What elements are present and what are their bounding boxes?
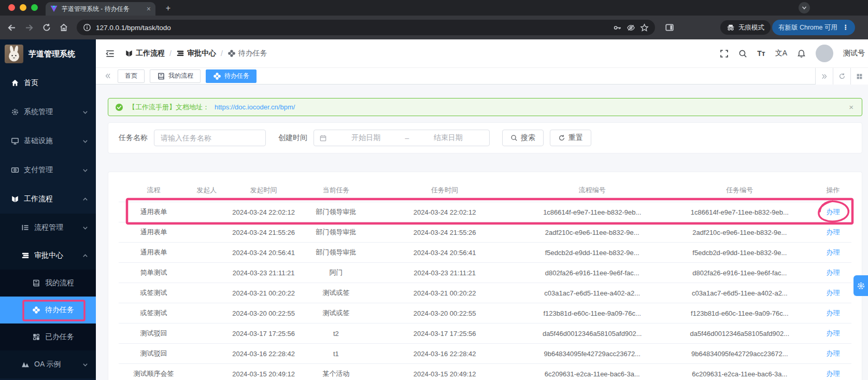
user-menu[interactable]: 测试号 bbox=[843, 49, 866, 58]
close-tab-icon[interactable]: × bbox=[147, 5, 151, 13]
refresh-page-icon[interactable] bbox=[833, 68, 850, 85]
sidebar-item-infra[interactable]: 基础设施 bbox=[0, 126, 96, 156]
search-button[interactable]: 搜索 bbox=[502, 130, 544, 146]
sidebar-item-label: 支付管理 bbox=[24, 165, 53, 175]
table-row: 测试驳回2024-03-17 17:25:56t22024-03-17 17:2… bbox=[119, 323, 851, 344]
cell-task-id: d802fa26-e916-11ee-9e6f-fac... bbox=[665, 269, 815, 277]
sidebar-item-label: 基础设施 bbox=[24, 136, 53, 146]
cell-task-time: 2024-03-24 21:55:26 bbox=[369, 229, 520, 236]
handle-link[interactable]: 办理 bbox=[827, 228, 840, 236]
table-body: 通用表单2024-03-24 22:02:12部门领导审批2024-03-24 … bbox=[119, 202, 851, 380]
sidebar-item-oa-example[interactable]: OA 示例 bbox=[0, 350, 96, 378]
handle-link[interactable]: 办理 bbox=[827, 370, 840, 377]
end-date-placeholder[interactable]: 结束日期 bbox=[412, 133, 484, 143]
translate-icon[interactable]: 文A bbox=[775, 49, 787, 58]
breadcrumb-separator: / bbox=[169, 49, 172, 58]
handle-link[interactable]: 办理 bbox=[827, 349, 840, 357]
reset-icon bbox=[558, 134, 565, 142]
collapse-menu-icon[interactable] bbox=[105, 49, 115, 59]
main-area: 工作流程 / 审批中心 / 待办任务 Tт文A 测试号 首页 我的流程 待办任务 bbox=[96, 39, 868, 380]
cell-start-time: 2024-03-24 21:55:26 bbox=[225, 229, 303, 236]
close-window-button[interactable] bbox=[8, 4, 15, 11]
url-text[interactable]: 127.0.0.1/bpm/task/todo bbox=[96, 24, 608, 32]
avatar[interactable] bbox=[816, 45, 833, 62]
tab-my-process[interactable]: 我的流程 bbox=[150, 69, 201, 83]
cell-process-id: f5edcb2d-e9dd-11ee-b832-9e... bbox=[520, 249, 665, 257]
sidebar-item-my-process[interactable]: 我的流程 bbox=[0, 270, 96, 297]
tab-todo-tasks[interactable]: 待办任务 bbox=[206, 69, 257, 83]
tabs-scroll-right-icon[interactable] bbox=[815, 68, 833, 85]
doc-link[interactable]: https://doc.iocoder.cn/bpm/ bbox=[215, 103, 295, 111]
fullscreen-icon[interactable] bbox=[720, 49, 729, 58]
tab-home[interactable]: 首页 bbox=[118, 69, 145, 83]
eye-off-icon[interactable] bbox=[627, 23, 635, 32]
sidebar-item-approval-center[interactable]: 审批中心 bbox=[0, 242, 96, 270]
start-date-placeholder[interactable]: 开始日期 bbox=[330, 133, 402, 143]
bookmark-star-icon[interactable] bbox=[640, 23, 649, 32]
home-icon bbox=[11, 79, 19, 87]
zoom-window-button[interactable] bbox=[31, 4, 38, 11]
handle-link[interactable]: 办理 bbox=[827, 329, 840, 337]
password-key-icon[interactable] bbox=[613, 23, 622, 32]
site-info-icon[interactable] bbox=[83, 23, 91, 32]
task-name-input[interactable] bbox=[161, 134, 259, 142]
breadcrumb-item-workflow[interactable]: 工作流程 bbox=[125, 49, 165, 58]
table-row: 通用表单2024-03-24 22:02:12部门领导审批2024-03-24 … bbox=[119, 202, 851, 222]
sidebar-item-home[interactable]: 首页 bbox=[0, 68, 96, 97]
monitor-icon bbox=[11, 137, 19, 145]
theme-settings-button[interactable] bbox=[853, 275, 868, 296]
cell-process: 测试顺序会签 bbox=[119, 369, 189, 378]
process-icon bbox=[21, 223, 30, 232]
new-tab-button[interactable]: + bbox=[164, 4, 173, 13]
forward-icon[interactable] bbox=[24, 23, 34, 33]
chrome-update-button[interactable]: 有新版 Chrome 可用 ⋮ bbox=[772, 20, 855, 35]
cell-start-time: 2024-03-15 20:49:12 bbox=[225, 370, 303, 378]
back-icon[interactable] bbox=[7, 23, 17, 33]
search-icon[interactable] bbox=[738, 49, 747, 58]
handle-link[interactable]: 办理 bbox=[827, 269, 840, 276]
minimize-window-button[interactable] bbox=[20, 4, 26, 11]
workflow-icon bbox=[125, 49, 133, 58]
column-header: 任务时间 bbox=[369, 186, 520, 195]
navbar-actions: Tт文A 测试号 bbox=[720, 45, 866, 62]
side-panel-icon[interactable] bbox=[665, 23, 674, 32]
font-size-icon[interactable]: Tт bbox=[757, 49, 765, 58]
range-separator: – bbox=[405, 134, 409, 142]
tab-search-button[interactable] bbox=[799, 2, 810, 13]
doc-alert: 【工作流手册】文档地址： https://doc.iocoder.cn/bpm/… bbox=[108, 98, 862, 116]
alert-close-icon[interactable]: × bbox=[849, 103, 853, 111]
layout-grid-icon[interactable] bbox=[850, 68, 868, 85]
bell-icon[interactable] bbox=[797, 49, 806, 58]
cell-current-task: 测试或签 bbox=[303, 288, 370, 298]
sidebar-item-done-tasks[interactable]: 已办任务 bbox=[0, 323, 96, 350]
task-name-field[interactable] bbox=[154, 130, 266, 146]
workflow-icon bbox=[11, 195, 19, 203]
chevron-down-icon bbox=[82, 109, 88, 115]
browser-tab[interactable]: 芋道管理系统 - 待办任务 × bbox=[46, 2, 155, 16]
handle-link[interactable]: 办理 bbox=[827, 309, 840, 317]
reload-icon[interactable] bbox=[42, 23, 51, 33]
cell-process: 简单测试 bbox=[119, 268, 189, 277]
window-controls[interactable] bbox=[8, 4, 38, 11]
sidebar-item-process-mgmt[interactable]: 流程管理 bbox=[0, 214, 96, 242]
app-logo-row[interactable]: 芋道管理系统 bbox=[0, 39, 96, 68]
tabs-scroll-left-icon[interactable] bbox=[101, 73, 115, 79]
cell-task-time: 2024-03-24 20:56:41 bbox=[369, 249, 520, 257]
cell-current-task: 部门领导审批 bbox=[303, 207, 370, 217]
cell-task-id: 9b64834095fe42729acc23672... bbox=[665, 350, 815, 358]
sidebar-item-system[interactable]: 系统管理 bbox=[0, 97, 96, 126]
gear-icon bbox=[11, 108, 19, 116]
reset-button[interactable]: 重置 bbox=[550, 130, 591, 146]
cell-process: 测试驳回 bbox=[119, 349, 189, 358]
date-range-picker[interactable]: 开始日期 – 结束日期 bbox=[314, 130, 490, 146]
sidebar-item-payment[interactable]: 支付管理 bbox=[0, 156, 96, 185]
handle-link[interactable]: 办理 bbox=[827, 208, 840, 216]
address-bar[interactable]: 127.0.0.1/bpm/task/todo bbox=[77, 20, 655, 35]
handle-link[interactable]: 办理 bbox=[827, 289, 840, 297]
browser-home-icon[interactable] bbox=[59, 23, 68, 33]
cell-process-id: d802fa26-e916-11ee-9e6f-fac... bbox=[520, 269, 665, 277]
sidebar-item-todo-tasks[interactable]: 待办任务 bbox=[0, 297, 96, 323]
handle-link[interactable]: 办理 bbox=[827, 248, 840, 256]
breadcrumb-item-approval-center[interactable]: 审批中心 bbox=[176, 49, 216, 58]
sidebar-item-workflow[interactable]: 工作流程 bbox=[0, 185, 96, 214]
